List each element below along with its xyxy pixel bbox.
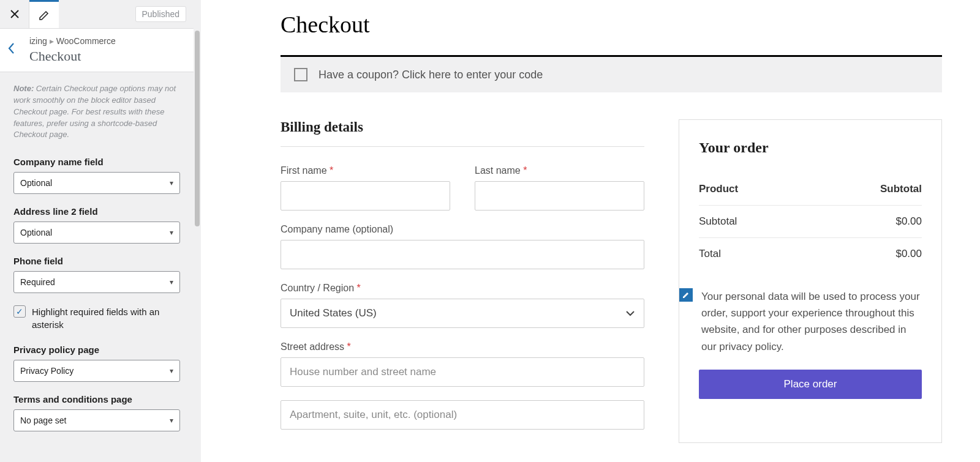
col-subtotal: Subtotal xyxy=(807,173,922,206)
published-button[interactable]: Published xyxy=(135,6,187,22)
privacy-page-select[interactable]: Privacy Policy▾ xyxy=(13,360,180,382)
pencil-icon xyxy=(39,10,50,21)
sidebar-content: Note: Certain Checkout page options may … xyxy=(0,72,194,462)
coupon-icon xyxy=(294,68,307,81)
terms-page-select[interactable]: No page set▾ xyxy=(13,409,180,431)
breadcrumb-trail: izing▸WooCommerce xyxy=(29,36,187,46)
crumb-2[interactable]: WooCommerce xyxy=(56,36,116,46)
highlight-checkbox[interactable]: ✓ xyxy=(13,305,26,318)
crumb-1[interactable]: izing xyxy=(29,36,47,46)
company-field-select[interactable]: Optional▾ xyxy=(13,172,180,194)
close-button[interactable] xyxy=(0,0,29,28)
chevron-down-icon: ▾ xyxy=(170,416,173,425)
edit-shortcut-button[interactable] xyxy=(679,288,693,302)
first-name-label: First name * xyxy=(281,165,450,176)
last-name-label: Last name * xyxy=(475,165,644,176)
page-title: Checkout xyxy=(281,11,942,38)
first-name-field[interactable] xyxy=(281,181,450,211)
order-title: Your order xyxy=(699,140,922,156)
chevron-down-icon: ▾ xyxy=(170,179,173,187)
order-summary: Your order Product Subtotal Subtotal$0.0… xyxy=(679,119,942,443)
country-label: Country / Region * xyxy=(281,283,644,294)
place-order-button[interactable]: Place order xyxy=(699,370,922,399)
panel-title: Checkout xyxy=(29,48,187,64)
company-label: Company name (optional) xyxy=(281,224,644,235)
phone-field-label: Phone field xyxy=(13,256,180,266)
chevron-left-icon xyxy=(7,42,16,55)
customizer-sidebar: Published Style Guide izing▸WooCommerce … xyxy=(0,0,201,462)
close-icon xyxy=(10,9,20,19)
preview-pane: Checkout Have a coupon? Click here to en… xyxy=(201,0,980,462)
sidebar-toolbar: Published xyxy=(0,0,194,29)
terms-page-label: Terms and conditions page xyxy=(13,394,180,404)
billing-section: Billing details First name * Last name *… xyxy=(281,119,644,443)
country-select[interactable]: United States (US) xyxy=(281,299,644,328)
billing-title: Billing details xyxy=(281,119,644,147)
edit-tab[interactable] xyxy=(29,0,59,28)
coupon-notice: Have a coupon? Click here to enter your … xyxy=(281,55,942,92)
phone-field-select[interactable]: Required▾ xyxy=(13,271,180,293)
chevron-down-icon: ▾ xyxy=(170,367,173,375)
chevron-down-icon: ▾ xyxy=(170,228,173,237)
address2-field-label: Address line 2 field xyxy=(13,206,180,217)
last-name-field[interactable] xyxy=(475,181,644,211)
col-product: Product xyxy=(699,173,807,206)
coupon-link[interactable]: Click here to enter your code xyxy=(402,69,543,81)
street-label: Street address * xyxy=(281,341,644,352)
back-button[interactable] xyxy=(7,42,16,59)
street-field-2[interactable] xyxy=(281,400,644,430)
table-row: Subtotal$0.00 xyxy=(699,206,922,238)
address2-field-select[interactable]: Optional▾ xyxy=(13,222,180,244)
note-text: Note: Certain Checkout page options may … xyxy=(13,83,180,141)
privacy-page-label: Privacy policy page xyxy=(13,345,180,355)
pencil-icon xyxy=(682,291,690,299)
company-field[interactable] xyxy=(281,240,644,269)
street-field-1[interactable] xyxy=(281,357,644,387)
company-field-label: Company name field xyxy=(13,157,180,167)
scrollbar-thumb[interactable] xyxy=(195,31,200,226)
coupon-question: Have a coupon? xyxy=(318,69,402,81)
table-row: Total$0.00 xyxy=(699,238,922,270)
order-table: Product Subtotal Subtotal$0.00 Total$0.0… xyxy=(699,173,922,270)
highlight-checkbox-label: Highlight required fields with an asteri… xyxy=(32,305,180,331)
chevron-down-icon xyxy=(625,307,635,319)
privacy-text: Your personal data will be used to proce… xyxy=(701,288,922,355)
chevron-down-icon: ▾ xyxy=(170,278,173,286)
breadcrumb: izing▸WooCommerce Checkout xyxy=(0,29,194,72)
